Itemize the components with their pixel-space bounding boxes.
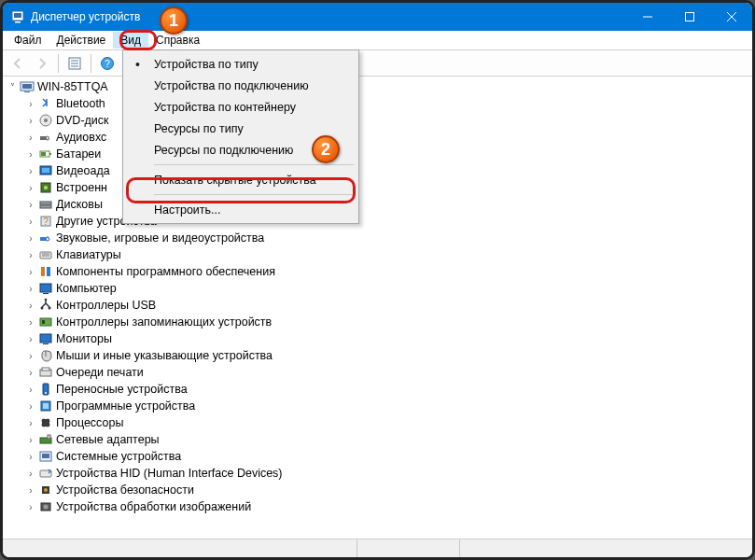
expand-icon[interactable]: › [25,284,36,294]
expand-icon[interactable]: › [25,267,36,277]
svg-rect-37 [43,293,49,294]
svg-rect-42 [42,320,45,324]
collapse-icon[interactable]: ˅ [7,82,18,92]
maximize-button[interactable] [668,3,710,31]
svg-rect-27 [40,205,51,208]
tree-category-label: Батареи [56,147,101,161]
tree-category-label: Устройства безопасности [56,483,194,497]
tree-category-row[interactable]: ›Компоненты программного обеспечения [3,263,752,280]
tree-category-row[interactable]: ›Видеоада [3,162,752,179]
expand-icon[interactable]: › [25,401,36,412]
expand-icon[interactable]: › [25,435,36,445]
tree-category-row[interactable]: ›DVD-диск [3,112,752,129]
tree-category-row[interactable]: ›Батареи [3,146,752,162]
expand-icon[interactable]: › [25,217,36,227]
svg-rect-47 [42,368,49,371]
svg-rect-36 [40,284,51,292]
tree-category-row[interactable]: ›Дисковы [3,196,752,213]
tree-root-label: WIN-85TTQA [37,80,108,93]
menu-view[interactable]: Вид [113,32,148,49]
expand-icon[interactable]: › [25,334,36,344]
tree-category-row[interactable]: ›Системные устройства [3,448,752,465]
tree-category-row[interactable]: ›Bluetooth [3,95,752,112]
body-area: ˅ WIN-85TTQA ›Bluetooth›DVD-диск›Аудиовх… [3,77,752,557]
svg-point-67 [44,488,48,492]
menu-action[interactable]: Действие [49,32,114,49]
menu-help[interactable]: Справка [148,32,207,49]
menu-file[interactable]: Файл [7,32,49,49]
tree-category-row[interactable]: ›?Другие устройства [3,213,752,230]
expand-icon[interactable]: › [25,149,36,160]
forward-button[interactable] [31,52,53,75]
tree-root-row[interactable]: ˅ WIN-85TTQA [3,78,752,95]
tree-category-row[interactable]: ›Устройства обработки изображений [3,498,752,515]
computer-icon [20,79,35,94]
menu-show-hidden-devices[interactable]: Показать скрытые устройства [126,169,356,190]
tree-category-row[interactable]: ›Звуковые, игровые и видеоустройства [3,230,752,246]
tree-category-label: Встроенн [56,181,107,194]
expand-icon[interactable]: › [25,301,36,311]
expand-icon[interactable]: › [25,452,36,462]
tree-category-row[interactable]: ›Переносные устройства [3,381,752,398]
svg-rect-14 [22,84,32,89]
expand-icon[interactable]: › [25,469,36,479]
svg-rect-62 [48,435,50,439]
expand-icon[interactable]: › [25,485,36,496]
tree-category-row[interactable]: ›Контроллеры запоминающих устройств [3,314,752,330]
tree-category-row[interactable]: ›Сетевые адаптеры [3,431,752,448]
expand-icon[interactable]: › [25,183,36,193]
tree-category-label: Сетевые адаптеры [56,433,160,446]
device-category-icon [38,130,53,145]
expand-icon[interactable]: › [25,166,36,176]
expand-icon[interactable]: › [25,385,36,395]
properties-button[interactable] [63,52,86,75]
tree-category-row[interactable]: ›Мыши и иные указывающие устройства [3,347,752,364]
device-category-icon [38,96,53,111]
device-category-icon [38,382,53,397]
close-button[interactable] [710,3,752,31]
expand-icon[interactable]: › [25,200,36,210]
expand-icon[interactable]: › [25,368,36,378]
expand-icon[interactable]: › [25,250,36,260]
tree-category-row[interactable]: ›Программные устройства [3,398,752,414]
expand-icon[interactable]: › [25,116,36,126]
tree-category-row[interactable]: ›Компьютер [3,280,752,297]
tree-category-row[interactable]: ›Процессоры [3,414,752,431]
menu-devices-by-connection[interactable]: Устройства по подключению [126,75,356,96]
menu-devices-by-type[interactable]: Устройства по типу [126,53,356,75]
tree-category-row[interactable]: ›Встроенн [3,179,752,196]
window-title: Диспетчер устройств [31,10,626,23]
menu-customize[interactable]: Настроить... [126,199,356,220]
expand-icon[interactable]: › [25,317,36,328]
expand-icon[interactable]: › [25,502,36,512]
tree-category-label: Компьютер [56,282,117,295]
svg-text:?: ? [105,59,110,69]
menu-devices-by-container[interactable]: Устройства по контейнеру [126,96,356,118]
window-controls [626,3,752,31]
help-button[interactable]: ? [96,52,119,75]
back-button[interactable] [7,52,29,75]
tree-category-row[interactable]: ›Устройства безопасности [3,482,752,498]
device-tree-scroll[interactable]: ˅ WIN-85TTQA ›Bluetooth›DVD-диск›Аудиовх… [3,77,752,539]
tree-category-label: Переносные устройства [56,383,188,396]
svg-rect-4 [685,13,693,21]
tree-category-row[interactable]: ›Аудиовхс [3,129,752,146]
tree-category-label: Контроллеры USB [56,299,156,312]
expand-icon[interactable]: › [25,99,36,109]
svg-rect-44 [43,343,49,344]
minimize-button[interactable] [626,3,668,31]
expand-icon[interactable]: › [25,418,36,428]
expand-icon[interactable]: › [25,351,36,361]
expand-icon[interactable]: › [25,133,36,143]
device-category-icon [38,432,53,447]
tree-category-row[interactable]: ›Мониторы [3,330,752,347]
status-cell-3 [460,539,752,557]
device-category-icon [38,147,53,161]
tree-category-row[interactable]: ›Устройства HID (Human Interface Devices… [3,465,752,482]
tree-category-row[interactable]: ›Контроллеры USB [3,297,752,314]
svg-rect-18 [40,136,47,140]
tree-category-row[interactable]: ›Клавиатуры [3,246,752,263]
tree-category-label: Bluetooth [56,97,105,110]
expand-icon[interactable]: › [25,233,36,244]
tree-category-row[interactable]: ›Очереди печати [3,364,752,381]
